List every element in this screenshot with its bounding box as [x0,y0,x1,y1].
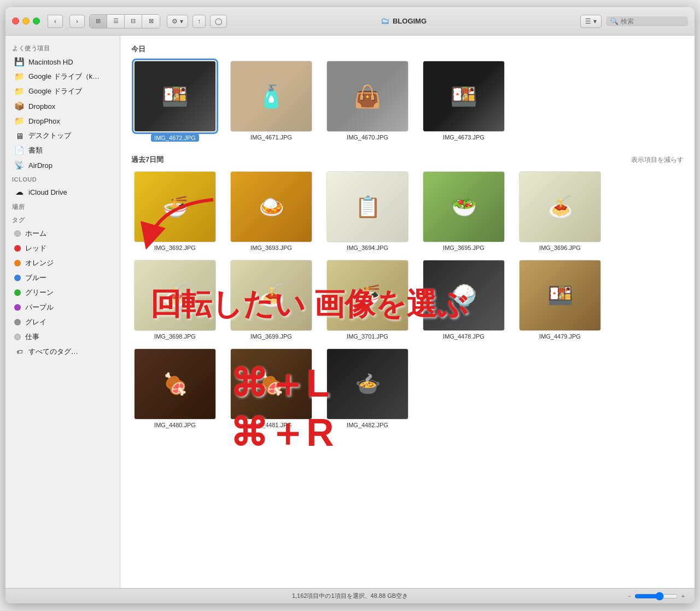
search-box[interactable]: 🔍 [606,16,688,26]
file-thumb-img3692[interactable]: 🍜 [134,171,216,242]
thumb-img3694-preview: 📋 [327,172,408,242]
cover-view-button[interactable]: ⊠ [142,15,160,28]
file-thumb-img3696[interactable]: 🍝 [519,171,601,242]
zoom-slider-area[interactable]: － ＋ [627,592,686,601]
list-view-button[interactable]: ☰ [107,15,125,28]
tag-button[interactable]: ◯ [210,15,227,28]
sidebar-item-dropphox[interactable]: 📁 DropPhox [8,114,118,128]
column-view-button[interactable]: ⊟ [125,15,142,28]
sidebar-item-dropbox[interactable]: 📦 Dropbox [8,99,118,113]
sidebar-item-tag-home[interactable]: ホーム [8,226,118,241]
airdrop-icon: 📡 [14,160,24,170]
file-name-img3698: IMG_3698.JPG [154,333,196,340]
sidebar-item-tag-purple[interactable]: パープル [8,300,118,315]
close-button[interactable] [12,18,19,25]
file-thumb-img3694[interactable]: 📋 [326,171,409,242]
file-item-img4480[interactable]: 🍖 IMG_4480.JPG [131,348,219,428]
file-thumb-img3699[interactable]: 🍝 [230,260,312,331]
thumb-img3699-preview: 🍝 [231,260,312,330]
file-item-img3701[interactable]: 🍜 IMG_3701.JPG [324,260,411,340]
thumb-img4480-preview: 🍖 [135,349,215,419]
file-item-img4481[interactable]: 🍖 IMG_4481.JPG [228,348,315,428]
file-item-img3699[interactable]: 🍝 IMG_3699.JPG [228,260,315,340]
file-thumb-img4672[interactable]: 🍱 [134,61,216,132]
file-thumb-img3701[interactable]: 🍜 [326,260,409,331]
file-item-img3698[interactable]: 🍝 IMG_3698.JPG [131,260,219,340]
google-drive-icon: 📁 [14,86,24,96]
search-icon: 🔍 [610,18,619,25]
file-name-img3693: IMG_3693.JPG [250,245,292,251]
file-item-img3692[interactable]: 🍜 IMG_3692.JPG [131,171,219,251]
file-item-img3696[interactable]: 🍝 IMG_3696.JPG [516,171,604,251]
sidebar-item-tag-gray-label: グレイ [25,317,46,327]
sidebar-item-icloud-drive[interactable]: ☁ iCloud Drive [8,185,118,199]
zoom-plus-icon: ＋ [680,592,686,600]
minimize-button[interactable] [22,18,30,25]
sidebar-item-desktop-label: デスクトップ [28,131,71,141]
file-item-img4478[interactable]: 🍚 IMG_4478.JPG [420,260,508,340]
thumb-img3696-preview: 🍝 [520,172,600,242]
sidebar-item-tag-green[interactable]: グリーン [8,286,118,300]
file-thumb-img4673[interactable]: 🍱 [423,61,505,132]
sidebar-item-desktop[interactable]: 🖥 デスクトップ [8,129,118,143]
file-item-img4671[interactable]: 🧴 IMG_4671.JPG [228,61,315,142]
file-thumb-img4479[interactable]: 🍱 [519,260,601,331]
file-item-img3694[interactable]: 📋 IMG_3694.JPG [324,171,411,251]
fullscreen-button[interactable] [33,18,40,25]
content-area: 今日 🍱 IMG_4672.JPG 🧴 [120,36,695,588]
sidebar-item-tag-blue-label: ブルー [25,273,46,283]
share-button[interactable]: ↑ [192,15,206,28]
sidebar-item-icloud-drive-label: iCloud Drive [28,188,67,196]
zoom-slider[interactable] [634,592,678,601]
sidebar-item-macintosh-hd[interactable]: 💾 Macintosh HD [8,55,118,69]
file-item-img4482[interactable]: 🍲 IMG_4482.JPG [324,348,411,428]
sidebar-item-tag-all[interactable]: 🏷 すべてのタグ… [8,345,118,359]
sidebar-item-google-drive-k[interactable]: 📁 Google ドライブ（k… [8,69,118,84]
sidebar-item-airdrop[interactable]: 📡 AirDrop [8,158,118,172]
sidebar-item-tag-orange[interactable]: オレンジ [8,256,118,270]
google-drive-k-icon: 📁 [14,72,24,82]
file-name-img4480: IMG_4480.JPG [154,422,196,428]
file-thumb-img4482[interactable]: 🍲 [326,348,409,420]
file-thumb-img3693[interactable]: 🍛 [230,171,312,242]
sidebar-item-tag-red[interactable]: レッド [8,241,118,255]
file-name-img3695: IMG_3695.JPG [443,245,485,251]
back-button[interactable]: ‹ [48,15,63,28]
sort-dropdown-icon: ▾ [593,18,597,25]
tag-icon: ◯ [215,18,222,25]
gear-dropdown-icon: ▾ [180,18,183,25]
file-item-img4672[interactable]: 🍱 IMG_4672.JPG [131,61,219,142]
reduce-display-button[interactable]: 表示項目を減らす [631,155,684,165]
file-thumb-img4670[interactable]: 👜 [326,61,409,132]
file-item-img3695[interactable]: 🥗 IMG_3695.JPG [420,171,508,251]
sidebar-item-macintosh-hd-label: Macintosh HD [28,58,73,66]
thumb-img3698-preview: 🍝 [135,260,215,330]
file-thumb-img4481[interactable]: 🍖 [230,348,312,420]
tag-green-dot [14,289,21,296]
sidebar-item-documents[interactable]: 📄 書類 [8,143,118,158]
file-item-img4479[interactable]: 🍱 IMG_4479.JPG [516,260,604,340]
sidebar-item-dropphox-label: DropPhox [28,117,60,125]
sidebar-item-google-drive[interactable]: 📁 Google ドライブ [8,84,118,98]
sort-button[interactable]: ☰ ▾ [580,15,602,28]
sidebar-item-tag-work[interactable]: 仕事 [8,330,118,344]
search-input[interactable] [621,18,681,25]
file-thumb-img4478[interactable]: 🍚 [423,260,505,331]
icon-view-button[interactable]: ⊞ [90,15,107,28]
file-item-img3693[interactable]: 🍛 IMG_3693.JPG [228,171,315,251]
file-thumb-img3695[interactable]: 🥗 [423,171,505,242]
file-thumb-img4480[interactable]: 🍖 [134,348,216,420]
gear-button[interactable]: ⚙ ▾ [167,15,188,28]
forward-button[interactable]: › [69,15,85,28]
file-name-img4482: IMG_4482.JPG [347,422,388,428]
file-item-img4673[interactable]: 🍱 IMG_4673.JPG [420,61,508,142]
share-icon: ↑ [197,18,201,25]
file-thumb-img4671[interactable]: 🧴 [230,61,312,132]
sidebar-item-tag-blue[interactable]: ブルー [8,271,118,285]
thumb-img4670-preview: 👜 [327,61,408,131]
file-thumb-img3698[interactable]: 🍝 [134,260,216,331]
sidebar-item-tag-gray[interactable]: グレイ [8,315,118,329]
tag-blue-dot [14,275,21,281]
file-item-img4670[interactable]: 👜 IMG_4670.JPG [324,61,411,142]
today-file-grid: 🍱 IMG_4672.JPG 🧴 IMG_4671.JPG [131,61,684,142]
